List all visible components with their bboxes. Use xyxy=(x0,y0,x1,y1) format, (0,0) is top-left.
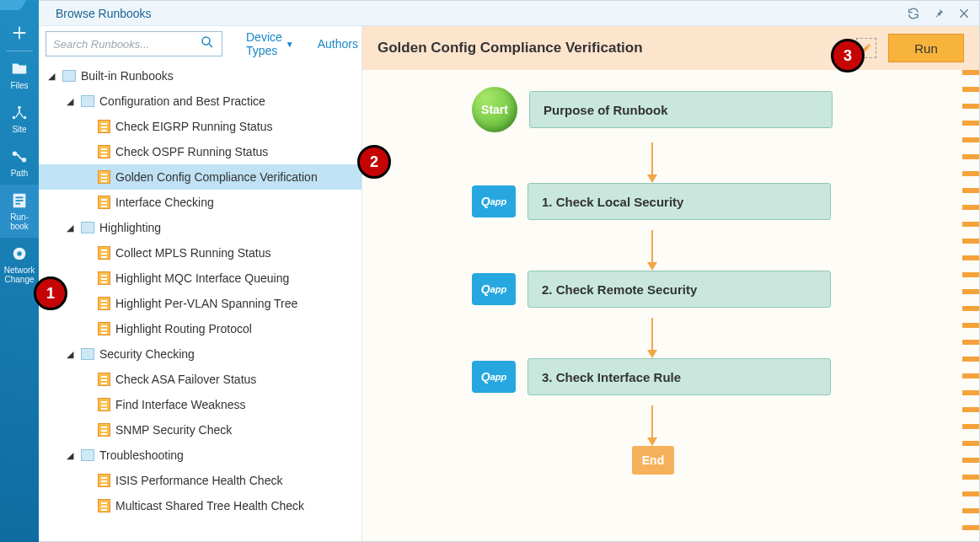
tree-group[interactable]: ◢Security Checking xyxy=(39,341,361,367)
runbook-file-icon xyxy=(98,423,110,437)
tree-item[interactable]: Collect MPLS Running Status xyxy=(39,240,361,266)
refresh-icon[interactable] xyxy=(905,5,922,22)
folder-icon xyxy=(81,449,94,461)
svg-point-11 xyxy=(202,37,210,45)
rail-label: Site xyxy=(12,125,26,134)
qapp-badge: Qapp xyxy=(472,361,516,393)
runbook-tree[interactable]: ◢Built-in Runbooks◢Configuration and Bes… xyxy=(39,62,361,541)
tree-item[interactable]: Check EIGRP Running Status xyxy=(39,114,361,139)
tree-root-label: Built-in Runbooks xyxy=(81,69,174,83)
tree-group[interactable]: ◢Highlighting xyxy=(39,215,361,240)
flow-row: Qapp2. Check Remote Security xyxy=(472,271,945,308)
rail-label: Path xyxy=(11,169,29,178)
tree-root[interactable]: ◢Built-in Runbooks xyxy=(39,63,361,89)
search-icon[interactable] xyxy=(200,35,215,54)
window-titlebar: Browse Runbooks xyxy=(39,1,979,26)
tree-group-label: Configuration and Best Practice xyxy=(99,94,265,108)
tree-item[interactable]: Interface Checking xyxy=(39,190,361,215)
search-input[interactable] xyxy=(53,38,200,51)
rail-separator xyxy=(6,51,33,51)
step-box[interactable]: 1. Check Local Security xyxy=(527,183,831,220)
app-root: Files Site Path Run- book Network Change… xyxy=(0,0,980,542)
annotation-marker: 1 xyxy=(34,276,67,310)
start-node: Start xyxy=(472,87,517,132)
plus-icon xyxy=(10,24,29,42)
runbook-file-icon xyxy=(98,246,110,260)
tree-group[interactable]: ◢Troubleshooting xyxy=(39,443,361,468)
flow-row: Qapp3. Check Interface Rule xyxy=(472,358,945,395)
svg-rect-7 xyxy=(15,200,23,201)
tree-item[interactable]: Highlight Per-VLAN Spanning Tree xyxy=(39,291,361,316)
step-box[interactable]: 3. Check Interface Rule xyxy=(527,358,831,395)
rail-label: Run- book xyxy=(10,212,29,231)
pin-icon[interactable] xyxy=(930,5,947,22)
rail-label: Files xyxy=(10,81,28,90)
tree-item-label: Highlight Per-VLAN Spanning Tree xyxy=(115,297,297,310)
folder-icon xyxy=(81,95,94,107)
qapp-badge: Qapp xyxy=(472,185,516,217)
rail-path[interactable]: Path xyxy=(0,141,39,185)
tree-item[interactable]: Multicast Shared Tree Health Check xyxy=(39,493,361,518)
rail-runbook[interactable]: Run- book xyxy=(0,185,39,238)
tree-group-label: Security Checking xyxy=(99,347,195,361)
tree-item[interactable]: Highlight Routing Protocol xyxy=(39,316,361,341)
runbook-file-icon xyxy=(98,297,110,310)
rail-network-change[interactable]: Network Change xyxy=(0,238,39,291)
path-icon xyxy=(10,148,29,166)
folder-icon xyxy=(81,222,94,233)
step-box[interactable]: 2. Check Remote Security xyxy=(527,271,831,308)
tree-item-label: SNMP Security Check xyxy=(115,423,232,437)
tree-item-label: Check OSPF Running Status xyxy=(115,145,268,158)
tree-item[interactable]: ISIS Performance Health Check xyxy=(39,468,361,493)
chevron-down-icon: ▼ xyxy=(286,40,294,49)
run-button[interactable]: Run xyxy=(888,34,964,62)
qapp-badge: Qapp xyxy=(472,273,516,305)
tree-item[interactable]: Check OSPF Running Status xyxy=(39,139,361,164)
content-area: Device Types▼ Authors▼ Tags▼ + New Runbo… xyxy=(39,26,979,541)
flow-arrow xyxy=(651,142,653,183)
runbook-file-icon xyxy=(98,373,110,386)
tree-group-label: Highlighting xyxy=(99,221,161,234)
tree-item[interactable]: Golden Config Compliance Verification xyxy=(39,164,361,190)
runbook-file-icon xyxy=(98,322,110,335)
rail-files[interactable]: Files xyxy=(0,53,39,97)
annotation-marker: 3 xyxy=(831,39,865,72)
runbook-file-icon xyxy=(98,170,110,184)
runbook-file-icon xyxy=(98,474,110,487)
tree-item[interactable]: Find Interface Weakness xyxy=(39,392,361,417)
step-box[interactable]: Purpose of Runbook xyxy=(529,91,833,128)
flow-arrow xyxy=(651,405,653,446)
runbook-file-icon xyxy=(98,145,110,158)
tree-item[interactable]: SNMP Security Check xyxy=(39,417,361,443)
runbook-header: Golden Config Compliance Verification Ru… xyxy=(362,26,979,70)
tree-item-label: Interface Checking xyxy=(115,196,214,209)
svg-rect-8 xyxy=(15,203,20,205)
browse-panel: Device Types▼ Authors▼ Tags▼ + New Runbo… xyxy=(39,26,362,541)
close-icon[interactable] xyxy=(956,5,972,22)
annotation-marker: 2 xyxy=(357,145,391,179)
tree-item[interactable]: Check ASA Failover Status xyxy=(39,367,361,392)
filter-device-types[interactable]: Device Types▼ xyxy=(246,30,294,57)
window-title: Browse Runbooks xyxy=(56,7,152,20)
svg-rect-6 xyxy=(15,196,23,198)
svg-point-0 xyxy=(18,106,21,110)
runbook-detail: Golden Config Compliance Verification Ru… xyxy=(362,26,979,541)
flow-canvas: StartPurpose of RunbookQapp1. Check Loca… xyxy=(362,70,979,541)
tree-item-label: Multicast Shared Tree Health Check xyxy=(115,499,304,512)
flow-row: Qapp1. Check Local Security xyxy=(472,183,945,220)
search-box[interactable] xyxy=(46,31,222,56)
flow-arrow xyxy=(651,230,653,271)
rail-add[interactable] xyxy=(0,17,39,49)
rail-site[interactable]: Site xyxy=(0,97,39,141)
decorative-corner xyxy=(0,0,44,10)
filter-bar: Device Types▼ Authors▼ Tags▼ + New Runbo… xyxy=(39,26,361,62)
svg-point-4 xyxy=(22,158,27,163)
left-rail: Files Site Path Run- book Network Change xyxy=(0,0,39,542)
rail-label: Network Change xyxy=(4,266,35,284)
runbook-file-icon xyxy=(98,196,110,209)
tree-item[interactable]: Highlight MQC Interface Queuing xyxy=(39,266,361,291)
tree-group[interactable]: ◢Configuration and Best Practice xyxy=(39,89,361,114)
folder-icon xyxy=(62,70,76,82)
tree-group-label: Troubleshooting xyxy=(99,448,184,462)
gear-icon xyxy=(10,244,29,263)
